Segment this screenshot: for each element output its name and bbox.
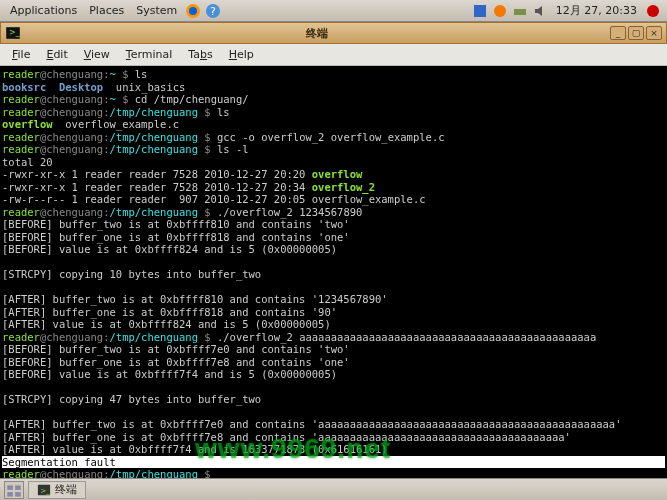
svg-marker-7 (535, 6, 542, 16)
network-icon[interactable] (512, 3, 528, 19)
menu-edit[interactable]: Edit (38, 46, 75, 63)
menu-tabs[interactable]: Tabs (180, 46, 220, 63)
svg-point-5 (494, 5, 506, 17)
volume-icon[interactable] (532, 3, 548, 19)
updates-icon[interactable] (492, 3, 508, 19)
terminal-icon: >_ (5, 25, 21, 41)
maximize-button[interactable]: ▢ (628, 26, 644, 40)
svg-text:?: ? (210, 5, 216, 18)
svg-point-8 (647, 5, 659, 17)
terminal-window: >_ 终端 _ ▢ × File Edit View Terminal Tabs… (0, 22, 667, 478)
firefox-icon[interactable] (185, 3, 201, 19)
svg-rect-6 (514, 9, 526, 15)
terminal-icon: >_ (37, 483, 51, 497)
window-title: 终端 (25, 26, 608, 41)
svg-text:>_: >_ (9, 28, 21, 37)
show-desktop-button[interactable] (4, 481, 24, 499)
menu-view[interactable]: View (76, 46, 118, 63)
svg-text:>_: >_ (41, 486, 51, 494)
menu-places[interactable]: Places (83, 2, 130, 19)
svg-point-1 (189, 7, 197, 15)
shutdown-icon[interactable] (645, 3, 661, 19)
taskbar-item-terminal[interactable]: >_ 终端 (28, 481, 86, 499)
terminal-output[interactable]: reader@chenguang:~ $ ls booksrc Desktop … (0, 66, 667, 478)
svg-rect-13 (15, 485, 21, 490)
svg-rect-14 (7, 492, 13, 497)
svg-rect-15 (15, 492, 21, 497)
segfault-line: Segmentation fault (2, 456, 665, 469)
clock[interactable]: 12月 27, 20:33 (550, 1, 643, 20)
minimize-button[interactable]: _ (610, 26, 626, 40)
close-button[interactable]: × (646, 26, 662, 40)
panel-right: 12月 27, 20:33 (470, 1, 663, 20)
top-panel: Applications Places System ? 12月 27, 20:… (0, 0, 667, 22)
svg-rect-4 (474, 5, 486, 17)
menu-terminal[interactable]: Terminal (118, 46, 181, 63)
svg-rect-12 (7, 485, 13, 490)
menu-applications[interactable]: Applications (4, 2, 83, 19)
taskbar-item-label: 终端 (55, 482, 77, 497)
bottom-panel: >_ 终端 (0, 478, 667, 500)
titlebar[interactable]: >_ 终端 _ ▢ × (0, 22, 667, 44)
menu-system[interactable]: System (130, 2, 183, 19)
help-icon[interactable]: ? (205, 3, 221, 19)
menu-file[interactable]: File (4, 46, 38, 63)
menubar: File Edit View Terminal Tabs Help (0, 44, 667, 66)
tray-icon-1[interactable] (472, 3, 488, 19)
menu-help[interactable]: Help (221, 46, 262, 63)
